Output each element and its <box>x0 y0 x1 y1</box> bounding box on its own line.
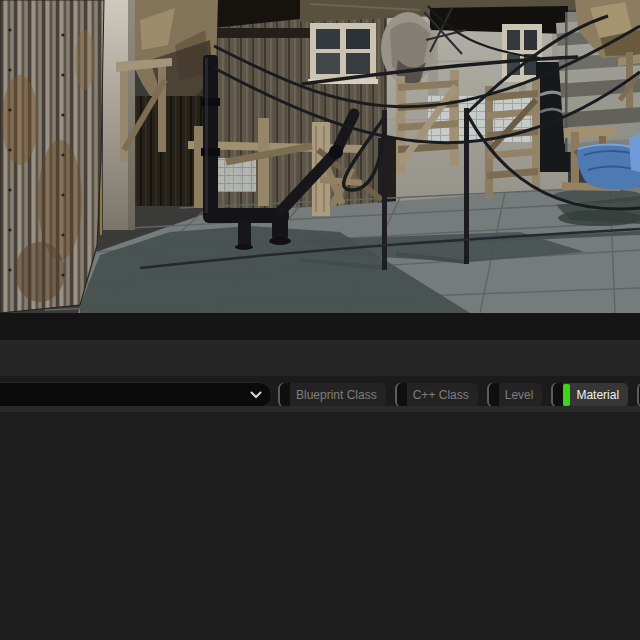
panel-separator-dark <box>0 313 640 340</box>
filter-cap <box>487 383 499 407</box>
filter-blueprint-class[interactable]: Blueprint Class <box>278 383 386 407</box>
filter-material[interactable]: Material <box>551 383 628 407</box>
unreal-editor-window: Blueprint Class C++ Class Level Material… <box>0 0 640 640</box>
filter-label: Level <box>499 383 543 407</box>
filter-label: Material <box>570 383 628 407</box>
filter-label: Blueprint Class <box>290 383 386 407</box>
filter-cap <box>395 383 407 407</box>
concrete-post <box>100 0 135 235</box>
filter-level[interactable]: Level <box>487 383 543 407</box>
content-browser-header <box>0 340 640 376</box>
level-viewport[interactable] <box>0 0 640 313</box>
filter-label: C++ Class <box>407 383 478 407</box>
filter-cpp-class[interactable]: C++ Class <box>395 383 478 407</box>
corrugated-metal-wall <box>0 0 104 313</box>
asset-search-dropdown[interactable] <box>0 382 272 408</box>
chevron-down-icon <box>250 391 262 399</box>
filter-cap <box>278 383 290 407</box>
viewport-scene <box>0 0 640 313</box>
asset-grid: f_Pile_ <box>0 412 640 640</box>
filter-cap <box>551 383 563 407</box>
filter-pills: Blueprint Class C++ Class Level Material… <box>278 383 640 407</box>
filter-color-bar <box>563 384 570 406</box>
